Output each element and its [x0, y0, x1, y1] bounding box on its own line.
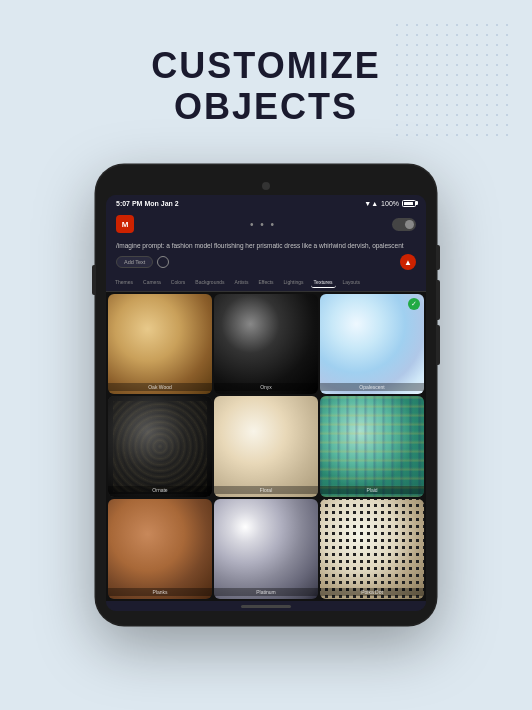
ornate-label: Ornate [108, 486, 212, 494]
plaid-sphere [320, 396, 424, 496]
texture-item-planks[interactable]: Planks [108, 499, 212, 599]
send-button[interactable]: ▲ [400, 254, 416, 270]
polka-label: Polka Dot [320, 588, 424, 596]
ipad-device: 5:07 PM Mon Jan 2 ▼▲ 100% M • • • /imagi… [96, 165, 436, 625]
page-title-line1: CUSTOMIZE [0, 45, 532, 86]
status-bar: 5:07 PM Mon Jan 2 ▼▲ 100% [106, 195, 426, 211]
status-time: 5:07 PM Mon Jan 2 [116, 200, 179, 207]
ipad-top-bar [106, 179, 426, 193]
texture-item-polka[interactable]: Polka Dot [320, 499, 424, 599]
home-bar-area [106, 601, 426, 611]
toggle-switch[interactable] [392, 218, 416, 231]
texture-item-platinum[interactable]: Platinum [214, 499, 318, 599]
texture-item-opal[interactable]: ✓ Opalescent [320, 294, 424, 394]
texture-item-onyx[interactable]: Onyx [214, 294, 318, 394]
tab-textures[interactable]: Textures [311, 277, 336, 288]
tab-themes[interactable]: Themes [112, 277, 136, 288]
textures-grid: Oak Wood Onyx ✓ Opalescent Ornate Floral [106, 292, 426, 601]
oak-wood-label: Oak Wood [108, 383, 212, 391]
prompt-text: /imagine prompt: a fashion model flouris… [116, 241, 416, 250]
prompt-area: /imagine prompt: a fashion model flouris… [106, 237, 426, 274]
polka-sphere [320, 499, 424, 599]
platinum-label: Platinum [214, 588, 318, 596]
tab-artists[interactable]: Artists [232, 277, 252, 288]
selected-checkmark: ✓ [408, 298, 420, 310]
oak-wood-sphere [108, 294, 212, 394]
tab-layouts[interactable]: Layouts [340, 277, 364, 288]
texture-item-oak[interactable]: Oak Wood [108, 294, 212, 394]
mute-button [92, 265, 96, 295]
title-area: CUSTOMIZE OBJECTS [0, 45, 532, 128]
tab-camera[interactable]: Camera [140, 277, 164, 288]
planks-sphere [108, 499, 212, 599]
floral-sphere [214, 396, 318, 496]
battery-icon [402, 200, 416, 207]
category-tabs: Themes Camera Colors Backgrounds Artists… [106, 274, 426, 292]
floral-label: Floral [214, 486, 318, 494]
app-header: M • • • [106, 211, 426, 237]
tab-lightings[interactable]: Lightings [281, 277, 307, 288]
front-camera [262, 182, 270, 190]
onyx-label: Onyx [214, 383, 318, 391]
wifi-icon: ▼▲ [364, 200, 378, 207]
prompt-actions: Add Text ▲ [116, 254, 416, 270]
plaid-label: Plaid [320, 486, 424, 494]
ipad-screen: 5:07 PM Mon Jan 2 ▼▲ 100% M • • • /imagi… [106, 195, 426, 611]
texture-item-floral[interactable]: Floral [214, 396, 318, 496]
volume-up-button [436, 280, 440, 320]
add-text-button[interactable]: Add Text [116, 256, 153, 268]
ornate-sphere [108, 396, 212, 496]
home-indicator [241, 605, 291, 608]
platinum-sphere [214, 499, 318, 599]
tab-colors[interactable]: Colors [168, 277, 188, 288]
opal-sphere [320, 294, 424, 394]
texture-item-ornate[interactable]: Ornate [108, 396, 212, 496]
onyx-sphere [214, 294, 318, 394]
texture-item-plaid[interactable]: Plaid [320, 396, 424, 496]
planks-label: Planks [108, 588, 212, 596]
app-logo: M [116, 215, 134, 233]
status-icons: ▼▲ 100% [364, 200, 416, 207]
power-button [436, 245, 440, 270]
tab-effects[interactable]: Effects [255, 277, 276, 288]
page-title-line2: OBJECTS [0, 86, 532, 127]
send-icon: ▲ [404, 258, 412, 267]
volume-down-button [436, 325, 440, 365]
refresh-icon[interactable] [157, 256, 169, 268]
tab-backgrounds[interactable]: Backgrounds [192, 277, 227, 288]
header-menu-dots[interactable]: • • • [250, 219, 276, 230]
opal-label: Opalescent [320, 383, 424, 391]
battery-percent: 100% [381, 200, 399, 207]
